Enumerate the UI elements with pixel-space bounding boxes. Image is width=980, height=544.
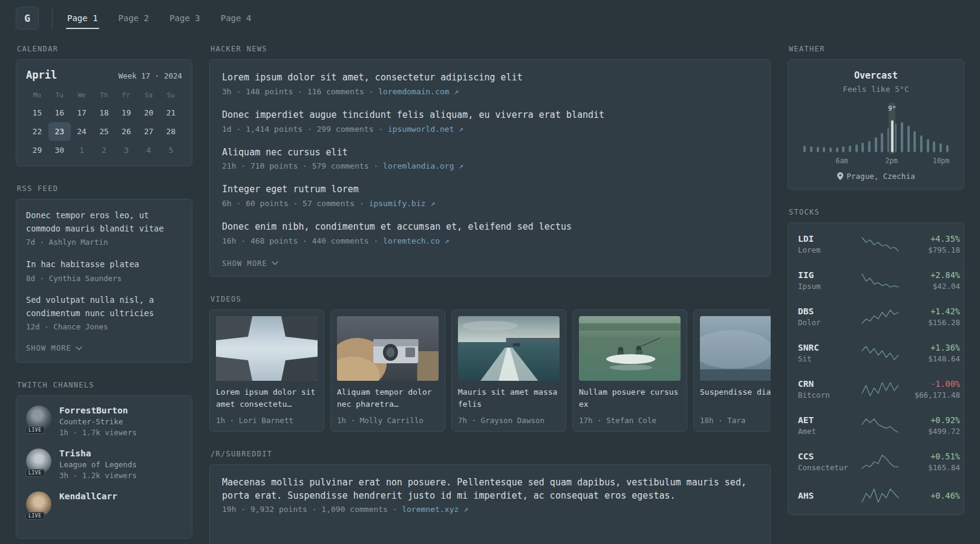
rss-widget: RSS FEED Donec tempor eros leo, ut commo… [16, 184, 192, 363]
stock-sparkline [861, 381, 900, 397]
hackernews-card: Lorem ipsum dolor sit amet, consectetur … [209, 59, 771, 277]
hackernews-item-domain-link[interactable]: ipsumify.biz ↗ [369, 199, 436, 208]
calendar-dow-label: Mo [26, 87, 48, 103]
tab-page-1[interactable]: Page 1 [66, 7, 99, 29]
rss-item: Sed volutpat nulla nisl, a condimentum n… [26, 294, 182, 333]
rss-item-meta: 7d · Ashlyn Martin [26, 237, 182, 248]
hackernews-item-title[interactable]: Lorem ipsum dolor sit amet, consectetur … [222, 71, 758, 85]
video-title[interactable]: Aliquam tempor dolor nec pharetra… [337, 386, 439, 413]
weather-card: Overcast Feels like 5°C 9° 6am2pm10pm Pr… [788, 59, 964, 190]
weather-bar [860, 102, 866, 154]
rss-item-meta: 8d · Cynthia Saunders [26, 273, 182, 285]
weather-bar [899, 102, 906, 154]
stock-row[interactable]: SNRCSit+1.36%$148.64 [788, 335, 964, 371]
hackernews-show-more-button[interactable]: SHOW MORE [222, 258, 278, 268]
dashboard: G Page 1Page 2Page 3Page 4 CALENDAR Apri… [0, 0, 980, 544]
video-card[interactable]: Suspendisse diam18h · Tara [693, 309, 771, 432]
stocks-card: LDILorem+4.35%$795.18IIGIpsum+2.84%$42.0… [788, 222, 964, 515]
twitch-channel-name[interactable]: KendallCarr [59, 491, 117, 501]
twitch-channel[interactable]: LIVEKendallCarr [26, 491, 182, 517]
hackernews-item-domain-link[interactable]: loremtech.co ↗ [383, 236, 449, 245]
video-thumbnail-sea [458, 316, 560, 381]
twitch-channel[interactable]: LIVETrishaLeague of Legends3h · 1.2k vie… [26, 448, 182, 480]
stock-spark-wrap [861, 488, 900, 504]
twitch-channel-info: TrishaLeague of Legends3h · 1.2k viewers [59, 448, 137, 480]
video-title[interactable]: Mauris sit amet massa felis [458, 386, 560, 413]
stock-row[interactable]: CCSConsectetur+0.51%$165.84 [788, 444, 964, 480]
hackernews-item-title[interactable]: Donec enim nibh, condimentum et accumsan… [222, 221, 758, 234]
avatar-wrap: LIVE [26, 406, 51, 431]
hackernews-item-title[interactable]: Donec imperdiet augue tincidunt felis al… [222, 109, 758, 122]
rss-show-more-button[interactable]: SHOW MORE [26, 343, 82, 352]
weather-bar-fill [868, 141, 871, 152]
hackernews-item-domain-link[interactable]: loremlandia.org ↗ [383, 161, 463, 170]
hackernews-item-meta: 3h · 148 points · 116 comments · loremdo… [222, 87, 758, 96]
stock-symbol: IIG [798, 270, 861, 280]
logo[interactable]: G [16, 7, 39, 30]
stock-price: $165.84 [900, 463, 960, 472]
rss-card: Donec tempor eros leo, ut commodo mauris… [16, 199, 192, 363]
rss-item-title[interactable]: In hac habitasse platea [26, 258, 182, 271]
hackernews-item: Lorem ipsum dolor sit amet, consectetur … [222, 71, 758, 96]
weather-bar-fill [861, 143, 864, 152]
video-card[interactable]: Lorem ipsum dolor sit amet consectetu…1h… [209, 309, 324, 432]
weather-bar-fill [907, 126, 910, 152]
hackernews-show-more-label: SHOW MORE [222, 259, 267, 268]
rss-item-title[interactable]: Sed volutpat nulla nisl, a condimentum n… [26, 294, 182, 320]
tab-page-4[interactable]: Page 4 [220, 7, 253, 29]
twitch-channel-name[interactable]: Trisha [59, 448, 137, 458]
video-thumbnail-cross [216, 316, 318, 381]
video-thumbnail-camera [337, 316, 439, 381]
stock-symbol: AET [798, 415, 861, 425]
weather-bar-fill [946, 145, 949, 152]
subreddit-list: Maecenas mollis pulvinar erat non posuer… [222, 476, 758, 514]
hackernews-item-title[interactable]: Aliquam nec cursus elit [222, 146, 758, 160]
video-title[interactable]: Nullam posuere cursus ex [579, 386, 681, 413]
stock-price: $156.28 [900, 318, 960, 327]
weather-bar [828, 102, 834, 154]
video-card[interactable]: Nullam posuere cursus ex17h · Stefan Col… [572, 309, 687, 432]
external-link-icon: ↗ [454, 87, 459, 96]
twitch-channel-name[interactable]: ForrestBurton [59, 406, 137, 415]
weather-bar [834, 102, 840, 154]
calendar-day: 18 [93, 103, 116, 122]
calendar-day: 22 [26, 122, 48, 141]
stock-symbol: LDI [798, 234, 861, 244]
subreddit-post-domain-link[interactable]: loremnet.xyz ↗ [402, 505, 468, 514]
tab-page-3[interactable]: Page 3 [168, 7, 201, 29]
hackernews-item-domain-link[interactable]: loremdomain.com ↗ [378, 87, 459, 96]
calendar-day: 5 [160, 141, 182, 160]
video-card[interactable]: Mauris sit amet massa felis7h · Grayson … [451, 309, 566, 432]
stock-row[interactable]: AHS+0.46% [788, 480, 964, 511]
stock-row[interactable]: IIGIpsum+2.84%$42.04 [788, 262, 964, 299]
subreddit-post-title[interactable]: Maecenas mollis pulvinar erat non posuer… [222, 476, 758, 503]
rss-item-title[interactable]: Donec tempor eros leo, ut commodo mauris… [26, 209, 182, 235]
video-card[interactable]: Aliquam tempor dolor nec pharetra…1h · M… [330, 309, 445, 432]
hackernews-list: Lorem ipsum dolor sit amet, consectetur … [222, 71, 758, 245]
weather-bar-fill [933, 141, 935, 152]
stock-symbol: DBS [798, 306, 861, 316]
video-title[interactable]: Suspendisse diam [700, 386, 771, 413]
widget-title-weather: WEATHER [789, 45, 964, 53]
stock-sparkline [861, 418, 900, 433]
hackernews-item-title[interactable]: Integer eget rutrum lorem [222, 183, 758, 196]
external-link-icon: ↗ [459, 161, 463, 170]
weather-bar [938, 102, 944, 154]
calendar-days-grid: 1516171819202122232425262728293012345 [26, 103, 182, 160]
stock-sparkline [861, 236, 900, 252]
rss-item-meta: 12d · Chance Jones [26, 322, 182, 333]
video-title[interactable]: Lorem ipsum dolor sit amet consectetu… [216, 386, 318, 413]
stock-row[interactable]: AETAmet+0.92%$499.72 [788, 407, 964, 444]
stock-numbers: -1.00%$66,171.48 [900, 379, 960, 400]
weather-bar-fill [927, 139, 929, 152]
hackernews-item-domain-link[interactable]: ipsumworld.net ↗ [388, 125, 463, 134]
twitch-channel[interactable]: LIVEForrestBurtonCounter-Strike1h · 1.7k… [26, 406, 182, 437]
stock-row[interactable]: LDILorem+4.35%$795.18 [788, 226, 964, 262]
weather-bar-fill [920, 135, 923, 152]
external-link-icon: ↗ [463, 505, 468, 514]
widget-title-videos: VIDEOS [211, 295, 771, 303]
stock-row[interactable]: DBSDolor+1.42%$156.28 [788, 299, 964, 335]
weather-time-label: 10pm [933, 157, 950, 165]
stock-row[interactable]: CRNBitcorn-1.00%$66,171.48 [788, 371, 964, 407]
tab-page-2[interactable]: Page 2 [117, 7, 151, 29]
